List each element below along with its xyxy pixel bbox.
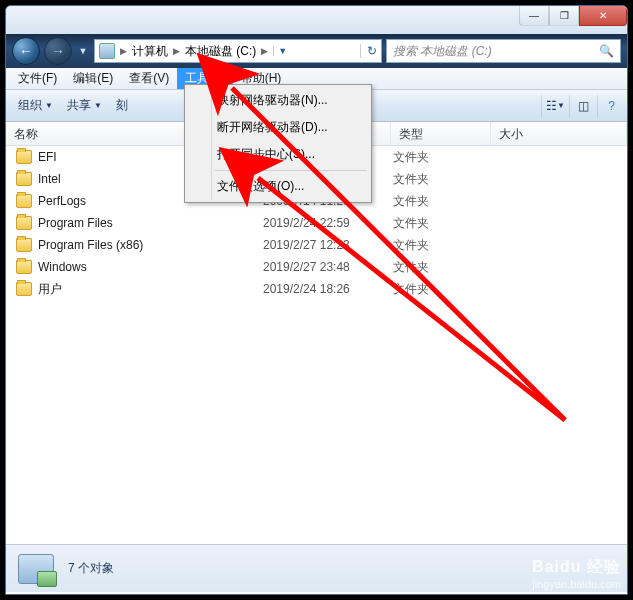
search-placeholder: 搜索 本地磁盘 (C:) <box>393 43 492 60</box>
file-date: 2019/2/27 23:48 <box>263 260 393 274</box>
search-icon[interactable]: 🔍 <box>599 44 614 58</box>
address-dropdown[interactable]: ▼ <box>273 46 291 56</box>
folder-icon <box>16 150 32 164</box>
menu-view[interactable]: 查看(V) <box>121 68 177 89</box>
watermark: Baidu 经验 jingyan.baidu.com <box>532 557 621 590</box>
burn-button[interactable]: 刻 <box>112 95 132 116</box>
drive-icon <box>99 43 115 59</box>
file-type: 文件夹 <box>393 281 493 298</box>
breadcrumb-drive[interactable]: 本地磁盘 (C:) <box>185 43 256 60</box>
col-type[interactable]: 类型 <box>391 122 491 145</box>
file-name: Program Files <box>38 216 263 230</box>
dd-separator <box>215 170 367 171</box>
dd-sync-center[interactable]: 打开同步中心(S)... <box>187 141 369 168</box>
file-type: 文件夹 <box>393 193 493 210</box>
dd-folder-options[interactable]: 文件夹选项(O)... <box>187 173 369 200</box>
table-row[interactable]: Program Files (x86)2019/2/27 12:23文件夹 <box>6 234 627 256</box>
forward-button[interactable]: → <box>44 37 72 65</box>
drive-large-icon <box>18 554 54 584</box>
breadcrumb-sep-icon[interactable]: ▶ <box>258 46 271 56</box>
file-name: Program Files (x86) <box>38 238 263 252</box>
titlebar[interactable]: — ❐ ✕ <box>6 6 627 34</box>
refresh-button[interactable]: ↻ <box>360 44 377 58</box>
back-button[interactable]: ← <box>12 37 40 65</box>
table-row[interactable]: Windows2019/2/27 23:48文件夹 <box>6 256 627 278</box>
folder-icon <box>16 282 32 296</box>
file-name: 用户 <box>38 281 263 298</box>
organize-button[interactable]: 组织▼ <box>14 95 57 116</box>
search-input[interactable]: 搜索 本地磁盘 (C:) 🔍 <box>386 39 621 63</box>
table-row[interactable]: Program Files2019/2/24 22:59文件夹 <box>6 212 627 234</box>
file-date: 2019/2/24 18:26 <box>263 282 393 296</box>
share-button[interactable]: 共享▼ <box>63 95 106 116</box>
nav-bar: ← → ▼ ▶ 计算机 ▶ 本地磁盘 (C:) ▶ ▼ ↻ 搜索 本地磁盘 (C… <box>6 34 627 68</box>
dd-map-drive[interactable]: 映射网络驱动器(N)... <box>187 87 369 114</box>
file-list[interactable]: EFI文件夹Intel文件夹PerfLogs2009/7/14 11:20文件夹… <box>6 146 627 544</box>
file-date: 2019/2/24 22:59 <box>263 216 393 230</box>
dd-disconnect-drive[interactable]: 断开网络驱动器(D)... <box>187 114 369 141</box>
col-size[interactable]: 大小 <box>491 122 627 145</box>
help-button[interactable]: ? <box>597 95 619 117</box>
folder-icon <box>16 260 32 274</box>
menu-file[interactable]: 文件(F) <box>10 68 65 89</box>
tools-dropdown: 映射网络驱动器(N)... 断开网络驱动器(D)... 打开同步中心(S)...… <box>184 84 372 203</box>
file-type: 文件夹 <box>393 215 493 232</box>
minimize-button[interactable]: — <box>519 6 549 26</box>
maximize-button[interactable]: ❐ <box>549 6 579 26</box>
breadcrumb-sep-icon[interactable]: ▶ <box>117 46 130 56</box>
folder-icon <box>16 172 32 186</box>
view-options-button[interactable]: ☷ ▼ <box>541 95 563 117</box>
file-date: 2019/2/27 12:23 <box>263 238 393 252</box>
folder-icon <box>16 216 32 230</box>
table-row[interactable]: 用户2019/2/24 18:26文件夹 <box>6 278 627 300</box>
status-text: 7 个对象 <box>68 560 114 577</box>
breadcrumb-computer[interactable]: 计算机 <box>132 43 168 60</box>
menu-edit[interactable]: 编辑(E) <box>65 68 121 89</box>
breadcrumb-sep-icon[interactable]: ▶ <box>170 46 183 56</box>
preview-pane-button[interactable]: ◫ <box>569 95 591 117</box>
file-type: 文件夹 <box>393 149 493 166</box>
folder-icon <box>16 194 32 208</box>
file-name: Windows <box>38 260 263 274</box>
close-button[interactable]: ✕ <box>579 6 627 26</box>
address-bar[interactable]: ▶ 计算机 ▶ 本地磁盘 (C:) ▶ ▼ ↻ <box>94 39 382 63</box>
file-type: 文件夹 <box>393 259 493 276</box>
file-type: 文件夹 <box>393 171 493 188</box>
nav-history-dropdown[interactable]: ▼ <box>76 46 90 56</box>
folder-icon <box>16 238 32 252</box>
file-type: 文件夹 <box>393 237 493 254</box>
